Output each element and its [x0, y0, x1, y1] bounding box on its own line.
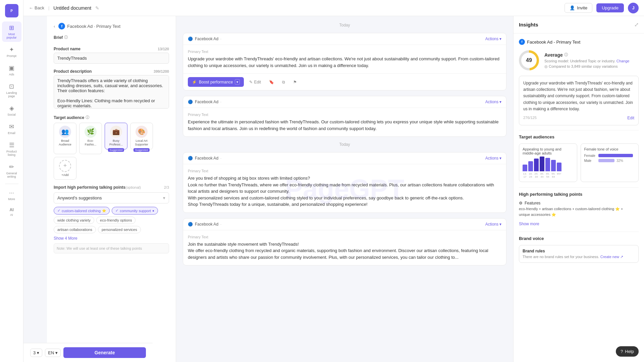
edit-title-icon[interactable]: ✎ — [95, 5, 99, 11]
product-name-input[interactable] — [54, 53, 169, 64]
talking-points-section: Import high performing talking points (o… — [54, 185, 169, 253]
sidebar-item-product-listing[interactable]: ☰ Product listing — [2, 139, 21, 159]
date-label-2: Today — [183, 142, 506, 147]
sidebar-item-label: Email — [8, 131, 15, 135]
bar-65plus — [557, 163, 561, 171]
expand-icon[interactable]: ⤢ — [634, 21, 639, 28]
gender-bars: Female Male 32% — [584, 154, 635, 163]
invite-button[interactable]: 👤 Invite — [565, 3, 592, 13]
tag-artisan[interactable]: artisan collaborations — [54, 226, 96, 233]
change-link[interactable]: Change — [616, 59, 630, 63]
tag-wide-clothing[interactable]: wide clothing variety — [54, 217, 94, 224]
note-text: Note: We will use at least one of these … — [54, 243, 169, 253]
features-tags: eco-friendly • artisan collections • cus… — [519, 207, 639, 217]
ad-label-4: Facebook Ad — [195, 222, 218, 227]
boost-performance-button[interactable]: ⚡ Boost performance ▾ — [188, 77, 244, 87]
audience-card-art[interactable]: 🎨 Local Art Supporter — [130, 123, 153, 149]
show-more-link[interactable]: Show 4 More — [54, 236, 169, 241]
ads-icon: ▣ — [9, 64, 14, 72]
tag-eco[interactable]: eco-friendly options — [96, 217, 136, 224]
edit-button-1[interactable]: ✎ Edit — [247, 78, 264, 86]
sidebar-item-email[interactable]: ✉ Email — [2, 120, 21, 137]
sidebar-item-prompt[interactable]: ✦ Prompt — [2, 43, 21, 60]
show-more-insights[interactable]: Show more — [519, 222, 539, 226]
features-icon: ⚙ — [519, 201, 523, 205]
sidebar-logo[interactable]: P — [5, 4, 18, 17]
back-button[interactable]: ← Back — [29, 5, 44, 10]
boost-dropdown-icon[interactable]: ▾ — [235, 79, 240, 85]
back-arrow-icon: ← — [29, 5, 33, 10]
audience-card-eco[interactable]: 🌿 Eco-Fashio... — [79, 123, 102, 154]
tag-eco-friendly: eco-friendly — [519, 207, 538, 211]
lang-selector[interactable]: EN ▾ — [47, 349, 61, 357]
copy-preview-footer: 276/125 Edit — [523, 115, 634, 121]
label-55: 55-64 — [551, 172, 556, 178]
boost-icon: ⚡ — [192, 80, 197, 84]
audience-card-broad[interactable]: 👥 Broad Audience — [54, 123, 76, 154]
tag-label: wide clothing variety — [57, 218, 91, 222]
landing-icon: ⊡ — [9, 83, 14, 90]
document-title[interactable]: Untitled document — [53, 5, 91, 11]
score-info-icon[interactable]: ⓘ — [564, 52, 568, 57]
copy-button-1[interactable]: ⧉ — [279, 78, 288, 86]
sidebar-item-label: Most popular — [4, 33, 19, 39]
upgrade-button[interactable]: Upgrade — [596, 3, 624, 12]
pencil-icon: ✎ — [249, 80, 253, 84]
sidebar-item-more[interactable]: ··· More — [2, 187, 21, 203]
brief-section: Brief ⓘ — [54, 35, 169, 41]
generate-button[interactable]: Generate — [63, 347, 146, 358]
ad-text-1: Upgrade your wardrobe with TrendyThreads… — [188, 56, 501, 69]
actions-dropdown-4[interactable]: Actions ▾ — [485, 222, 501, 227]
ad-label-1: Facebook Ad — [195, 37, 218, 41]
anyword-select[interactable]: Anyword's suggestions ▾ — [54, 192, 169, 203]
help-label: Help — [625, 349, 634, 354]
info-icon[interactable]: ⓘ — [64, 35, 68, 40]
actions-dropdown-2[interactable]: Actions ▾ — [485, 100, 501, 104]
user-avatar[interactable]: J — [628, 3, 639, 13]
sidebar-item-label: Prompt — [7, 54, 16, 58]
writing-icon: ✏ — [9, 163, 14, 171]
sidebar-item-landing-page[interactable]: ⊡ Landing page — [2, 80, 21, 101]
tag-custom-tailored[interactable]: ✓ custom-tailored clothing ⭐ — [54, 207, 110, 215]
panel-back-button[interactable]: ‹ — [54, 24, 55, 29]
save-button-1[interactable]: 🔖 — [266, 78, 277, 86]
male-pct: 32% — [616, 159, 623, 163]
flag-button-1[interactable]: ⚑ — [290, 78, 300, 86]
actions-arrow-icon-4: ▾ — [499, 222, 501, 227]
sidebar-item-ai[interactable]: AI AI — [2, 205, 21, 219]
actions-label: Actions — [485, 37, 498, 41]
prompt-icon: ✦ — [9, 46, 14, 53]
score-compared-text: ◎ Compared to 3,849 similar copy variati… — [544, 64, 629, 69]
tag-dot-icon: ● — [152, 209, 154, 213]
boost-label: Boost performance — [199, 80, 233, 84]
eco-avatar: 🌿 — [85, 126, 97, 138]
ad-label-3: Facebook Ad — [195, 156, 218, 161]
sidebar-item-label: Landing page — [4, 91, 19, 98]
insights-header: Insights ⤢ — [514, 16, 644, 34]
talking-header: Import high performing talking points (o… — [54, 185, 169, 190]
copy-edit-button[interactable]: Edit — [627, 116, 634, 120]
talking-label: Import high performing talking points — [54, 185, 125, 190]
help-button[interactable]: ? Help — [616, 346, 639, 357]
sidebar-item-general-writing[interactable]: ✏ General writing — [2, 161, 21, 181]
sidebar-item-ads[interactable]: ▣ Ads — [2, 62, 21, 79]
audience-card-add[interactable]: + +Add — [54, 157, 76, 180]
features-item: ⚙ Features eco-friendly • artisan collec… — [519, 201, 639, 217]
actions-dropdown-1[interactable]: Actions ▾ — [485, 37, 501, 41]
actions-label-3: Actions — [485, 156, 498, 161]
actions-dropdown-3[interactable]: Actions ▾ — [485, 156, 501, 161]
product-desc-input[interactable]: TrendyThreads offers a wide variety of c… — [54, 75, 169, 109]
features-header: ⚙ Features — [519, 201, 639, 205]
audience-info-icon[interactable]: ⓘ — [86, 115, 89, 120]
create-new-link[interactable]: Create new ↗ — [600, 255, 623, 259]
insights-panel: Insights ⤢ f Facebook Ad - Primary Text … — [513, 16, 644, 362]
tag-custom: custom-tailored clothing ⭐ — [575, 207, 620, 211]
tag-personalized[interactable]: personalized services — [98, 226, 141, 233]
insights-ad-label: f Facebook Ad - Primary Text — [519, 39, 639, 45]
audience-card-busy[interactable]: 💼 Busy Professi... — [105, 123, 127, 149]
tag-community[interactable]: ✓ community support ● — [112, 207, 158, 215]
sidebar-item-social[interactable]: ◈ Social — [2, 102, 21, 119]
target-audience-label: Target audience ⓘ — [54, 115, 169, 120]
sidebar-item-most-popular[interactable]: ⊞ Most popular — [2, 21, 21, 42]
copy-preview: Upgrade your wardrobe with TrendyThreads… — [519, 76, 639, 125]
